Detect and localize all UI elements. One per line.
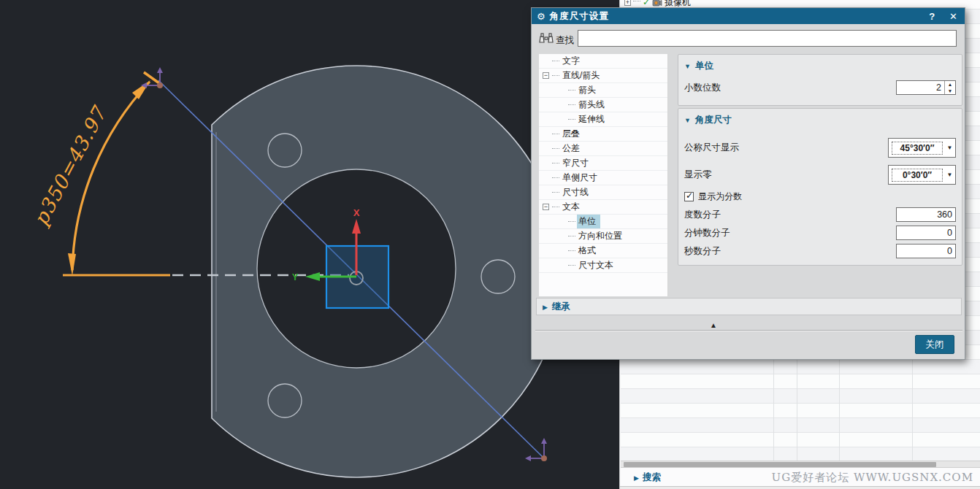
tree-item-label: 格式 — [577, 244, 600, 258]
angular-dimension-settings-dialog: ⚙ 角度尺寸设置 ? ✕ 查找 文字−直线/箭头箭头箭头线延伸线层叠公差窄尺寸单… — [531, 7, 965, 360]
tree-item-0[interactable]: 文字 — [539, 54, 667, 69]
nominal-display-dropdown[interactable]: 45°30′0″ ▼ — [888, 138, 956, 158]
tree-item-label: 单位 — [577, 215, 600, 228]
dialog-collapse-arrow[interactable]: ▲ — [710, 321, 717, 329]
display-zeros-label: 显示零 — [684, 169, 712, 181]
tree-item-13[interactable]: 格式 — [539, 244, 667, 258]
tree-connector — [568, 221, 575, 222]
tree-connector — [552, 61, 559, 61]
degrees-numerator-label: 度数分子 — [684, 209, 721, 221]
gear-icon: ⚙ — [537, 11, 545, 22]
tree-connector — [552, 207, 559, 207]
tree-item-label: 方向和位置 — [577, 229, 627, 243]
tree-item-5[interactable]: 层叠 — [539, 127, 667, 142]
settings-pane: ▼单位 小数位数 2 ▲ ▼ ▼角度尺寸 公称尺寸显示 — [678, 54, 962, 268]
dropdown-arrow-icon[interactable]: ▼ — [944, 172, 955, 178]
collapse-minus-icon[interactable]: − — [543, 204, 549, 210]
show-as-fraction-checkbox[interactable]: ✓ — [684, 192, 694, 201]
tree-item-10[interactable]: −文本 — [539, 200, 667, 215]
axis-x-label: X — [353, 207, 360, 218]
tree-item-label: 尺寸文本 — [577, 258, 618, 272]
tree-connector — [568, 236, 575, 236]
tree-item-label: 层叠 — [561, 127, 584, 141]
tree-item-label: 箭头线 — [577, 98, 609, 112]
tree-connector — [568, 119, 575, 120]
tree-item-label: 文本 — [561, 200, 584, 214]
find-row: 查找 — [532, 24, 965, 53]
tree-item-14[interactable]: 尺寸文本 — [539, 258, 667, 273]
tree-connector — [568, 265, 575, 266]
tree-connector — [568, 250, 575, 251]
check-icon: ✓ — [686, 190, 693, 201]
dropdown-arrow-icon[interactable]: ▼ — [944, 145, 955, 151]
degrees-numerator-input[interactable]: 360 — [896, 207, 956, 222]
inherit-section[interactable]: ▶继承 — [536, 298, 962, 315]
collapse-triangle-icon[interactable]: ▼ — [684, 63, 691, 70]
scrollbar-thumb[interactable] — [624, 462, 936, 467]
show-as-fraction-label: 显示为分数 — [698, 190, 742, 203]
units-group: ▼单位 小数位数 2 ▲ ▼ — [678, 54, 962, 106]
tree-item-4[interactable]: 延伸线 — [539, 112, 667, 127]
cad-viewport[interactable]: p350=43.97 X Y — [0, 0, 619, 489]
panel-bottom-strip — [620, 486, 980, 489]
seconds-numerator-input[interactable]: 0 — [896, 244, 956, 258]
tree-item-label: 直线/箭头 — [561, 69, 604, 82]
tree-connector — [552, 75, 559, 76]
show-as-fraction-row[interactable]: ✓ 显示为分数 — [684, 190, 956, 203]
axis-y-label: Y — [292, 272, 299, 282]
tree-item-label: 窄尺寸 — [561, 156, 593, 170]
dialog-title: 角度尺寸设置 — [550, 10, 914, 23]
tree-item-1[interactable]: −直线/箭头 — [539, 69, 667, 83]
expand-triangle-icon[interactable]: ▶ — [634, 474, 639, 482]
expand-plus-icon[interactable]: + — [624, 0, 631, 6]
tree-connector — [552, 177, 559, 178]
tree-connector — [552, 148, 559, 149]
minutes-numerator-label: 分钟数分子 — [684, 227, 730, 239]
tree-item-6[interactable]: 公差 — [539, 142, 667, 156]
angular-group-header[interactable]: ▼角度尺寸 — [684, 112, 956, 129]
tree-item-label: 延伸线 — [577, 112, 609, 126]
settings-tree: 文字−直线/箭头箭头箭头线延伸线层叠公差窄尺寸单侧尺寸尺寸线−文本单位方向和位置… — [539, 54, 668, 296]
tree-item-12[interactable]: 方向和位置 — [539, 229, 667, 244]
inherit-label: 继承 — [552, 301, 570, 312]
units-group-header[interactable]: ▼单位 — [684, 58, 956, 75]
expand-triangle-icon[interactable]: ▶ — [543, 304, 548, 311]
search-section[interactable]: ▶搜索 UG爱好者论坛 WWW.UGSNX.COM — [621, 469, 980, 486]
nominal-display-label: 公称尺寸显示 — [684, 142, 739, 154]
collapse-minus-icon[interactable]: − — [543, 72, 549, 79]
tree-item-11[interactable]: 单位 — [539, 215, 667, 229]
minutes-numerator-input[interactable]: 0 — [896, 226, 956, 240]
tree-connector — [552, 192, 559, 193]
spin-down-icon[interactable]: ▼ — [945, 88, 955, 94]
tree-connector — [568, 90, 575, 91]
application-window: p350=43.97 X Y — [0, 0, 980, 489]
tree-item-2[interactable]: 箭头 — [539, 83, 667, 98]
decimal-places-spinner[interactable]: 2 ▲ ▼ — [896, 80, 956, 95]
help-button[interactable]: ? — [929, 11, 935, 22]
footer-separator — [535, 330, 962, 331]
tree-item-label: 箭头 — [577, 83, 600, 97]
dialog-titlebar[interactable]: ⚙ 角度尺寸设置 ? ✕ — [532, 8, 965, 24]
tree-item-3[interactable]: 箭头线 — [539, 98, 667, 112]
close-dialog-icon[interactable]: ✕ — [949, 11, 957, 22]
close-button[interactable]: 关闭 — [915, 335, 954, 354]
tree-item-8[interactable]: 单侧尺寸 — [539, 171, 667, 185]
watermark-text: UG爱好者论坛 WWW.UGSNX.COM — [772, 469, 973, 486]
tree-connector — [552, 163, 559, 163]
decimal-places-label: 小数位数 — [684, 82, 721, 94]
tree-connector — [552, 134, 559, 134]
camera-icon — [652, 0, 662, 7]
tree-connector — [568, 104, 575, 105]
tree-item-label: 尺寸线 — [561, 185, 593, 199]
find-input[interactable] — [578, 30, 957, 47]
spin-up-icon[interactable]: ▲ — [945, 81, 955, 88]
angular-dimension-group: ▼角度尺寸 公称尺寸显示 45°30′0″ ▼ 显示零 0°30′0″ ▼ — [678, 108, 962, 266]
tree-item-label: 文字 — [561, 54, 584, 68]
tree-item-label: 单侧尺寸 — [561, 171, 602, 185]
tree-item-7[interactable]: 窄尺寸 — [539, 156, 667, 171]
horizontal-scrollbar[interactable] — [621, 461, 980, 468]
collapse-triangle-icon[interactable]: ▼ — [684, 117, 691, 124]
display-zeros-dropdown[interactable]: 0°30′0″ ▼ — [888, 165, 956, 185]
search-section-label[interactable]: 搜索 — [643, 472, 661, 482]
tree-item-9[interactable]: 尺寸线 — [539, 185, 667, 200]
